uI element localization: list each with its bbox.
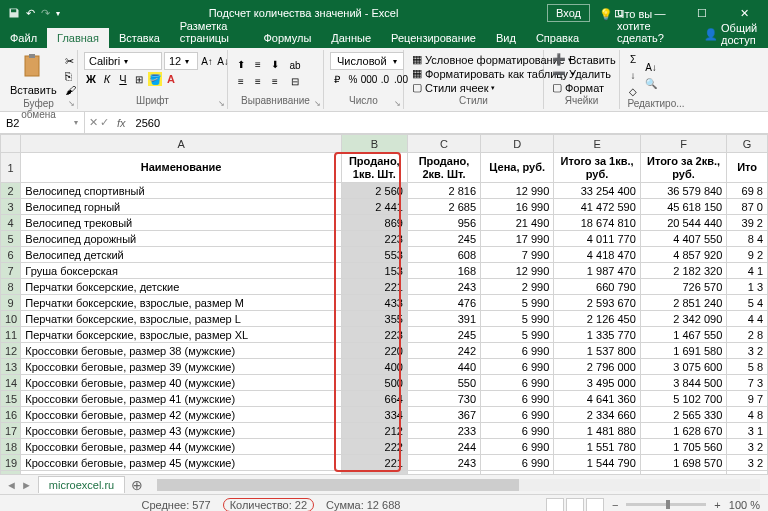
cell[interactable]: 7 990 — [481, 471, 554, 475]
insert-cells-button[interactable]: ➕Вставить — [550, 53, 618, 66]
undo-icon[interactable]: ↶ — [26, 7, 35, 20]
row-header[interactable]: 15 — [1, 391, 21, 407]
cell[interactable]: 221 — [341, 455, 407, 471]
cell[interactable]: 400 — [341, 359, 407, 375]
cell[interactable]: 9 7 — [727, 391, 768, 407]
increase-decimal-icon[interactable]: .0 — [378, 72, 392, 86]
cancel-formula-icon[interactable]: ✕ — [89, 116, 98, 129]
cell[interactable]: 2 816 — [407, 183, 480, 199]
cell[interactable]: 3 891 130 — [640, 471, 726, 475]
page-layout-view-icon[interactable] — [566, 498, 584, 512]
merge-icon[interactable]: ⊟ — [288, 75, 302, 89]
row-header[interactable]: 17 — [1, 423, 21, 439]
paste-button[interactable]: Вставить — [6, 52, 61, 98]
cell[interactable]: 1 544 790 — [554, 455, 640, 471]
tell-me[interactable]: 💡Что вы хотите сделать? — [589, 4, 698, 48]
cell[interactable]: 1 537 800 — [554, 343, 640, 359]
find-icon[interactable]: 🔍 — [644, 76, 658, 90]
row-header[interactable]: 1 — [1, 153, 21, 183]
row-header[interactable]: 13 — [1, 359, 21, 375]
cell[interactable]: 245 — [407, 327, 480, 343]
cell[interactable]: 660 790 — [554, 279, 640, 295]
cell[interactable]: 5 990 — [481, 311, 554, 327]
cell[interactable]: 4 857 920 — [640, 247, 726, 263]
cell[interactable]: 4 407 550 — [640, 231, 726, 247]
italic-icon[interactable]: К — [100, 72, 114, 86]
tab-view[interactable]: Вид — [486, 28, 526, 48]
col-header[interactable]: G — [727, 135, 768, 153]
cell[interactable]: 243 — [407, 279, 480, 295]
cell[interactable]: 168 — [407, 263, 480, 279]
cell[interactable]: 6 990 — [481, 439, 554, 455]
cell[interactable]: Велосипед дорожный — [21, 231, 341, 247]
cell[interactable]: Перчатки боксерские, взрослые, размер XL — [21, 327, 341, 343]
cell[interactable]: 220 — [341, 343, 407, 359]
cell[interactable]: 608 — [407, 247, 480, 263]
cell[interactable]: 6 990 — [481, 391, 554, 407]
cell[interactable]: Кроссовки беговые, размер 39 (мужские) — [21, 359, 341, 375]
col-header[interactable]: A — [21, 135, 341, 153]
accept-formula-icon[interactable]: ✓ — [100, 116, 109, 129]
wrap-text-icon[interactable]: ab — [288, 59, 302, 73]
row-header[interactable]: 20 — [1, 471, 21, 475]
header-cell[interactable]: Итого за 1кв., руб. — [554, 153, 640, 183]
zoom-level[interactable]: 100 % — [729, 499, 760, 511]
currency-icon[interactable]: ₽ — [330, 72, 344, 86]
cell[interactable]: 153 — [341, 263, 407, 279]
cell[interactable]: 1 551 780 — [554, 439, 640, 455]
cell[interactable]: 33 254 400 — [554, 183, 640, 199]
cell[interactable]: 440 — [407, 359, 480, 375]
header-cell[interactable]: Итого за 2кв., руб. — [640, 153, 726, 183]
cell[interactable]: 7 4 — [727, 471, 768, 475]
percent-icon[interactable]: % — [346, 72, 360, 86]
row-header[interactable]: 7 — [1, 263, 21, 279]
cell[interactable]: 233 — [407, 423, 480, 439]
cell[interactable]: Кроссовки беговые, размер 41 (мужские) — [21, 391, 341, 407]
tab-home[interactable]: Главная — [47, 28, 109, 48]
cell[interactable]: Перчатки боксерские, детские — [21, 279, 341, 295]
cell[interactable]: 6 990 — [481, 423, 554, 439]
format-cells-button[interactable]: ▢Формат — [550, 81, 618, 94]
format-painter-icon[interactable]: 🖌 — [65, 84, 76, 96]
dialog-launcher-icon[interactable]: ↘ — [394, 99, 401, 108]
tab-help[interactable]: Справка — [526, 28, 589, 48]
cell[interactable]: 1 698 570 — [640, 455, 726, 471]
cell[interactable]: 4 1 — [727, 263, 768, 279]
cell[interactable]: Велосипед детский — [21, 247, 341, 263]
cell[interactable]: 41 472 590 — [554, 199, 640, 215]
cell[interactable]: 223 — [341, 327, 407, 343]
cell[interactable]: 1 3 — [727, 279, 768, 295]
zoom-out-icon[interactable]: − — [612, 499, 618, 511]
cell[interactable]: Груша боксерская — [21, 263, 341, 279]
cell[interactable]: 476 — [407, 295, 480, 311]
cell[interactable]: 1 705 560 — [640, 439, 726, 455]
redo-icon[interactable]: ↷ — [41, 7, 50, 20]
cell[interactable]: 4 8 — [727, 407, 768, 423]
cell[interactable]: 334 — [341, 407, 407, 423]
cell[interactable]: 4 4 — [727, 311, 768, 327]
cell[interactable]: 553 — [341, 247, 407, 263]
tab-data[interactable]: Данные — [321, 28, 381, 48]
cell[interactable]: 5 8 — [727, 359, 768, 375]
row-header[interactable]: 10 — [1, 311, 21, 327]
cell[interactable]: Кроссовки беговые, размер 43 (мужские) — [21, 423, 341, 439]
cell[interactable]: Кроссовки беговые, размер 44 (мужские) — [21, 439, 341, 455]
row-header[interactable]: 19 — [1, 455, 21, 471]
increase-font-icon[interactable]: A↑ — [200, 54, 214, 68]
cell[interactable]: 3 2 — [727, 439, 768, 455]
cell[interactable]: Кроссовки беговые, размер 42 (мужские) — [21, 407, 341, 423]
cell[interactable]: Кроссовки беговые, размер 38 (мужские) — [21, 343, 341, 359]
copy-icon[interactable]: ⎘ — [65, 70, 76, 82]
prev-sheet-icon[interactable]: ◄ — [6, 479, 17, 491]
cell[interactable]: 2 565 330 — [640, 407, 726, 423]
cell[interactable]: Кроссовки беговые, размер 40 (мужские) — [21, 375, 341, 391]
align-middle-icon[interactable]: ≡ — [251, 57, 265, 71]
row-header[interactable]: 6 — [1, 247, 21, 263]
cell[interactable]: 4 418 470 — [554, 247, 640, 263]
cell[interactable]: 2 851 240 — [640, 295, 726, 311]
cell[interactable]: 2 126 450 — [554, 311, 640, 327]
page-break-view-icon[interactable] — [586, 498, 604, 512]
cut-icon[interactable]: ✂ — [65, 55, 76, 68]
header-cell[interactable]: Продано, 2кв. Шт. — [407, 153, 480, 183]
cell[interactable]: 391 — [407, 311, 480, 327]
